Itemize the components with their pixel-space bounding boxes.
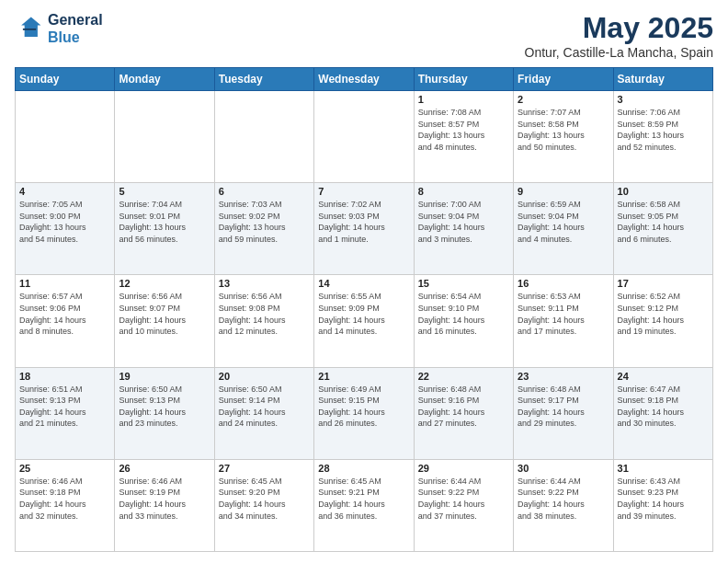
day-number: 19 [119, 371, 210, 382]
weekday-header: Monday [115, 68, 214, 91]
day-number: 16 [518, 278, 609, 289]
weekday-header: Friday [514, 68, 613, 91]
day-info: Sunrise: 6:51 AM Sunset: 9:13 PM Dayligh… [19, 384, 110, 430]
weekday-header: Sunday [16, 68, 115, 91]
day-info: Sunrise: 7:00 AM Sunset: 9:04 PM Dayligh… [418, 199, 509, 245]
logo-icon [15, 14, 44, 43]
day-info: Sunrise: 6:56 AM Sunset: 9:08 PM Dayligh… [219, 291, 310, 337]
day-info: Sunrise: 6:47 AM Sunset: 9:18 PM Dayligh… [618, 384, 709, 430]
day-number: 14 [318, 278, 409, 289]
day-info: Sunrise: 6:49 AM Sunset: 9:15 PM Dayligh… [318, 384, 409, 430]
day-number: 28 [318, 463, 409, 474]
calendar-cell [214, 91, 313, 183]
calendar-cell: 2Sunrise: 7:07 AM Sunset: 8:58 PM Daylig… [514, 91, 613, 183]
calendar-week-row: 18Sunrise: 6:51 AM Sunset: 9:13 PM Dayli… [16, 367, 713, 459]
day-number: 12 [119, 278, 210, 289]
calendar-week-row: 4Sunrise: 7:05 AM Sunset: 9:00 PM Daylig… [16, 183, 713, 275]
calendar-week-row: 11Sunrise: 6:57 AM Sunset: 9:06 PM Dayli… [16, 275, 713, 367]
calendar-cell: 11Sunrise: 6:57 AM Sunset: 9:06 PM Dayli… [16, 275, 115, 367]
logo-text: General Blue [48, 11, 103, 46]
calendar-cell: 7Sunrise: 7:02 AM Sunset: 9:03 PM Daylig… [314, 183, 414, 275]
calendar-cell: 26Sunrise: 6:46 AM Sunset: 9:19 PM Dayli… [115, 459, 214, 551]
calendar-cell: 8Sunrise: 7:00 AM Sunset: 9:04 PM Daylig… [414, 183, 513, 275]
calendar-week-row: 25Sunrise: 6:46 AM Sunset: 9:18 PM Dayli… [16, 459, 713, 551]
calendar-cell: 14Sunrise: 6:55 AM Sunset: 9:09 PM Dayli… [314, 275, 414, 367]
day-info: Sunrise: 7:02 AM Sunset: 9:03 PM Dayligh… [318, 199, 409, 245]
day-info: Sunrise: 7:04 AM Sunset: 9:01 PM Dayligh… [119, 199, 210, 245]
calendar-cell: 1Sunrise: 7:08 AM Sunset: 8:57 PM Daylig… [414, 91, 513, 183]
day-info: Sunrise: 6:45 AM Sunset: 9:20 PM Dayligh… [219, 476, 310, 522]
day-info: Sunrise: 6:56 AM Sunset: 9:07 PM Dayligh… [119, 291, 210, 337]
day-info: Sunrise: 7:03 AM Sunset: 9:02 PM Dayligh… [219, 199, 310, 245]
day-info: Sunrise: 6:46 AM Sunset: 9:19 PM Dayligh… [119, 476, 210, 522]
calendar-cell: 18Sunrise: 6:51 AM Sunset: 9:13 PM Dayli… [16, 367, 115, 459]
calendar-cell: 6Sunrise: 7:03 AM Sunset: 9:02 PM Daylig… [214, 183, 313, 275]
calendar-cell: 22Sunrise: 6:48 AM Sunset: 9:16 PM Dayli… [414, 367, 513, 459]
day-number: 13 [219, 278, 310, 289]
day-number: 31 [618, 463, 709, 474]
calendar-cell: 24Sunrise: 6:47 AM Sunset: 9:18 PM Dayli… [613, 367, 712, 459]
day-number: 3 [618, 94, 709, 105]
calendar-cell: 4Sunrise: 7:05 AM Sunset: 9:00 PM Daylig… [16, 183, 115, 275]
day-info: Sunrise: 6:58 AM Sunset: 9:05 PM Dayligh… [618, 199, 709, 245]
calendar-cell: 23Sunrise: 6:48 AM Sunset: 9:17 PM Dayli… [514, 367, 613, 459]
day-info: Sunrise: 6:55 AM Sunset: 9:09 PM Dayligh… [318, 291, 409, 337]
day-info: Sunrise: 6:43 AM Sunset: 9:23 PM Dayligh… [618, 476, 709, 522]
calendar-cell: 5Sunrise: 7:04 AM Sunset: 9:01 PM Daylig… [115, 183, 214, 275]
calendar-cell: 12Sunrise: 6:56 AM Sunset: 9:07 PM Dayli… [115, 275, 214, 367]
day-number: 17 [618, 278, 709, 289]
day-number: 27 [219, 463, 310, 474]
weekday-header: Tuesday [214, 68, 313, 91]
calendar-cell: 17Sunrise: 6:52 AM Sunset: 9:12 PM Dayli… [613, 275, 712, 367]
day-info: Sunrise: 7:07 AM Sunset: 8:58 PM Dayligh… [518, 107, 609, 153]
day-number: 8 [418, 186, 509, 197]
day-info: Sunrise: 6:59 AM Sunset: 9:04 PM Dayligh… [518, 199, 609, 245]
day-number: 30 [518, 463, 609, 474]
day-info: Sunrise: 6:48 AM Sunset: 9:16 PM Dayligh… [418, 384, 509, 430]
month-title: May 2025 [525, 11, 713, 45]
calendar-cell [314, 91, 414, 183]
day-number: 2 [518, 94, 609, 105]
day-number: 6 [219, 186, 310, 197]
day-number: 20 [219, 371, 310, 382]
day-number: 10 [618, 186, 709, 197]
svg-rect-1 [23, 29, 36, 30]
day-info: Sunrise: 6:57 AM Sunset: 9:06 PM Dayligh… [19, 291, 110, 337]
calendar-cell: 16Sunrise: 6:53 AM Sunset: 9:11 PM Dayli… [514, 275, 613, 367]
day-number: 26 [119, 463, 210, 474]
calendar-cell: 29Sunrise: 6:44 AM Sunset: 9:22 PM Dayli… [414, 459, 513, 551]
calendar-cell: 3Sunrise: 7:06 AM Sunset: 8:59 PM Daylig… [613, 91, 712, 183]
day-number: 9 [518, 186, 609, 197]
weekday-header: Saturday [613, 68, 712, 91]
day-number: 21 [318, 371, 409, 382]
calendar-cell: 25Sunrise: 6:46 AM Sunset: 9:18 PM Dayli… [16, 459, 115, 551]
day-number: 11 [19, 278, 110, 289]
calendar-cell: 21Sunrise: 6:49 AM Sunset: 9:15 PM Dayli… [314, 367, 414, 459]
day-info: Sunrise: 6:48 AM Sunset: 9:17 PM Dayligh… [518, 384, 609, 430]
day-info: Sunrise: 6:50 AM Sunset: 9:14 PM Dayligh… [219, 384, 310, 430]
day-info: Sunrise: 6:50 AM Sunset: 9:13 PM Dayligh… [119, 384, 210, 430]
calendar-table: SundayMondayTuesdayWednesdayThursdayFrid… [15, 67, 713, 552]
day-number: 25 [19, 463, 110, 474]
calendar-cell: 13Sunrise: 6:56 AM Sunset: 9:08 PM Dayli… [214, 275, 313, 367]
day-info: Sunrise: 6:46 AM Sunset: 9:18 PM Dayligh… [19, 476, 110, 522]
calendar-cell: 28Sunrise: 6:45 AM Sunset: 9:21 PM Dayli… [314, 459, 414, 551]
day-info: Sunrise: 6:44 AM Sunset: 9:22 PM Dayligh… [418, 476, 509, 522]
weekday-header: Wednesday [314, 68, 414, 91]
day-number: 7 [318, 186, 409, 197]
svg-marker-0 [21, 17, 40, 37]
calendar-cell: 30Sunrise: 6:44 AM Sunset: 9:22 PM Dayli… [514, 459, 613, 551]
subtitle: Ontur, Castille-La Mancha, Spain [525, 45, 713, 60]
calendar-cell [16, 91, 115, 183]
day-number: 22 [418, 371, 509, 382]
calendar-cell: 20Sunrise: 6:50 AM Sunset: 9:14 PM Dayli… [214, 367, 313, 459]
day-number: 18 [19, 371, 110, 382]
day-number: 23 [518, 371, 609, 382]
day-number: 24 [618, 371, 709, 382]
calendar-cell: 15Sunrise: 6:54 AM Sunset: 9:10 PM Dayli… [414, 275, 513, 367]
day-info: Sunrise: 7:06 AM Sunset: 8:59 PM Dayligh… [618, 107, 709, 153]
day-info: Sunrise: 6:45 AM Sunset: 9:21 PM Dayligh… [318, 476, 409, 522]
day-info: Sunrise: 6:52 AM Sunset: 9:12 PM Dayligh… [618, 291, 709, 337]
calendar-cell: 9Sunrise: 6:59 AM Sunset: 9:04 PM Daylig… [514, 183, 613, 275]
page: General Blue May 2025 Ontur, Castille-La… [0, 0, 728, 563]
